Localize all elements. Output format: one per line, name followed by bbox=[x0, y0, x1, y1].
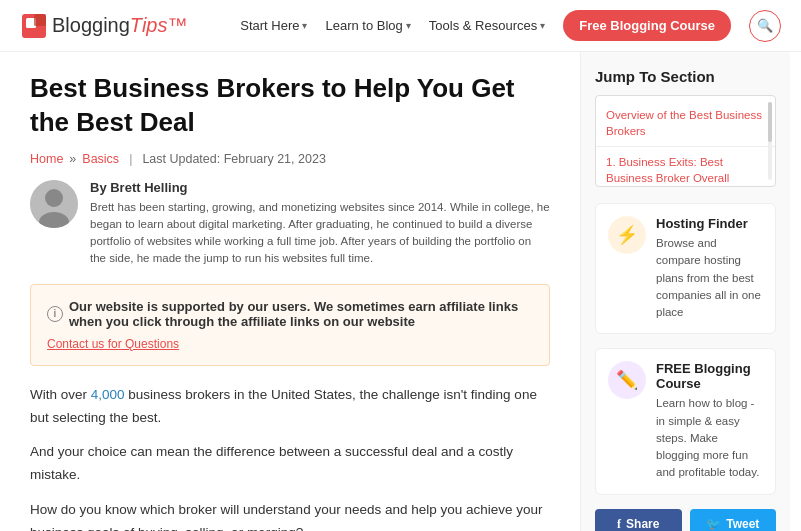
hosting-finder-icon: ⚡ bbox=[608, 216, 646, 254]
author-avatar bbox=[30, 180, 78, 228]
hosting-finder-card[interactable]: ⚡ Hosting Finder Browse and compare host… bbox=[595, 203, 776, 334]
logo-icon bbox=[20, 12, 48, 40]
article-title: Best Business Brokers to Help You Get th… bbox=[30, 72, 550, 140]
site-header: BloggingTips™ Start Here ▾ Learn to Blog… bbox=[0, 0, 801, 52]
nav-learn-to-blog[interactable]: Learn to Blog ▾ bbox=[325, 18, 410, 33]
toc-item-0[interactable]: Overview of the Best Business Brokers bbox=[596, 100, 775, 147]
blogging-course-desc: Learn how to blog - in simple & easy ste… bbox=[656, 395, 763, 481]
chevron-down-icon: ▾ bbox=[540, 20, 545, 31]
affiliate-notice: i Our website is supported by our users.… bbox=[30, 284, 550, 366]
search-button[interactable]: 🔍 bbox=[749, 10, 781, 42]
affiliate-notice-title: i Our website is supported by our users.… bbox=[47, 299, 533, 329]
toc-scrollbar-track[interactable] bbox=[768, 102, 772, 180]
body-paragraph-2: And your choice can mean the difference … bbox=[30, 441, 550, 487]
body-paragraph-3: How do you know which broker will unders… bbox=[30, 499, 550, 531]
breadcrumb-home[interactable]: Home bbox=[30, 152, 63, 166]
hosting-finder-title: Hosting Finder bbox=[656, 216, 763, 231]
chevron-down-icon: ▾ bbox=[406, 20, 411, 31]
blogging-course-card[interactable]: ✏️ FREE Blogging Course Learn how to blo… bbox=[595, 348, 776, 494]
author-bio: Brett has been starting, growing, and mo… bbox=[90, 199, 550, 268]
article-content: Best Business Brokers to Help You Get th… bbox=[0, 52, 580, 531]
author-name: By Brett Helling bbox=[90, 180, 550, 195]
blogging-course-info: FREE Blogging Course Learn how to blog -… bbox=[656, 361, 763, 481]
free-course-button[interactable]: Free Blogging Course bbox=[563, 10, 731, 41]
blogging-course-icon: ✏️ bbox=[608, 361, 646, 399]
breadcrumb-section[interactable]: Basics bbox=[82, 152, 119, 166]
info-icon: i bbox=[47, 306, 63, 322]
author-box: By Brett Helling Brett has been starting… bbox=[30, 180, 550, 268]
tweet-twitter-button[interactable]: 🐦 Tweet bbox=[690, 509, 777, 532]
toc-item-1[interactable]: 1. Business Exits: Best Business Broker … bbox=[596, 147, 775, 186]
twitter-icon: 🐦 bbox=[706, 517, 721, 531]
affiliate-contact-link[interactable]: Contact us for Questions bbox=[47, 337, 179, 351]
breadcrumb-separator: » bbox=[69, 152, 76, 166]
breadcrumb-divider: | bbox=[129, 152, 132, 166]
svg-point-4 bbox=[45, 189, 63, 207]
hosting-finder-desc: Browse and compare hosting plans from th… bbox=[656, 235, 763, 321]
blogging-course-title: FREE Blogging Course bbox=[656, 361, 763, 391]
sidebar: Jump To Section Overview of the Best Bus… bbox=[580, 52, 790, 531]
search-icon: 🔍 bbox=[757, 18, 773, 33]
toc-scrollbar-thumb bbox=[768, 102, 772, 142]
brokers-count-link[interactable]: 4,000 bbox=[91, 387, 125, 402]
article-body: With over 4,000 business brokers in the … bbox=[30, 384, 550, 531]
last-updated: Last Updated: February 21, 2023 bbox=[142, 152, 325, 166]
facebook-icon: f bbox=[617, 517, 621, 532]
jump-to-section-title: Jump To Section bbox=[595, 68, 776, 85]
table-of-contents: Overview of the Best Business Brokers 1.… bbox=[595, 95, 776, 187]
toc-content: Overview of the Best Business Brokers 1.… bbox=[596, 96, 775, 186]
main-container: Best Business Brokers to Help You Get th… bbox=[0, 52, 801, 531]
social-buttons: f Share 🐦 Tweet bbox=[595, 509, 776, 532]
body-paragraph-1: With over 4,000 business brokers in the … bbox=[30, 384, 550, 430]
hosting-finder-info: Hosting Finder Browse and compare hostin… bbox=[656, 216, 763, 321]
nav-start-here[interactable]: Start Here ▾ bbox=[240, 18, 307, 33]
logo-text: BloggingTips™ bbox=[52, 14, 187, 37]
svg-rect-2 bbox=[34, 14, 46, 26]
share-facebook-button[interactable]: f Share bbox=[595, 509, 682, 532]
chevron-down-icon: ▾ bbox=[302, 20, 307, 31]
avatar-image bbox=[30, 180, 78, 228]
nav-tools-resources[interactable]: Tools & Resources ▾ bbox=[429, 18, 545, 33]
main-nav: Start Here ▾ Learn to Blog ▾ Tools & Res… bbox=[240, 10, 781, 42]
author-info: By Brett Helling Brett has been starting… bbox=[90, 180, 550, 268]
site-logo[interactable]: BloggingTips™ bbox=[20, 12, 187, 40]
breadcrumb: Home » Basics | Last Updated: February 2… bbox=[30, 152, 550, 166]
